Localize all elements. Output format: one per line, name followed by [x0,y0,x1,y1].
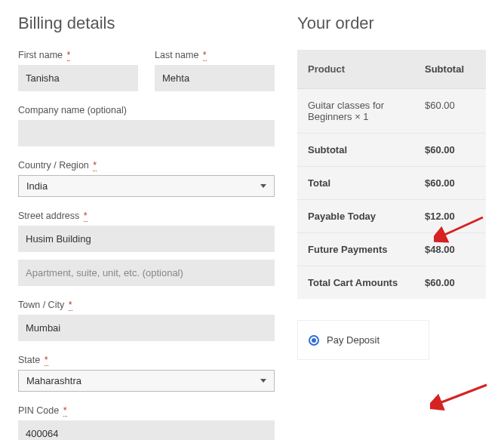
cart-label: Total Cart Amounts [297,266,414,299]
required-mark: * [93,160,97,171]
company-label: Company name (optional) [18,105,275,115]
th-subtotal: Subtotal [414,50,486,88]
total-label: Total [297,167,414,199]
pin-input[interactable] [18,420,275,440]
billing-title: Billing details [18,14,275,33]
future-label: Future Payments [297,233,414,266]
subtotal-label: Subtotal [297,134,414,166]
street1-input[interactable] [18,226,275,252]
city-label: Town / City * [18,300,275,310]
table-row: Guitar classes for Beginners × 1 $60.00 [297,89,486,134]
future-value: $48.00 [414,233,486,266]
state-value: Maharashtra [26,375,81,386]
state-select[interactable]: Maharashtra [18,370,275,392]
country-label: Country / Region * [18,160,275,171]
total-value: $60.00 [414,167,486,199]
required-mark: * [67,50,71,61]
last-name-label: Last name * [155,50,275,60]
last-name-input[interactable] [155,65,275,91]
table-row: Subtotal $60.00 [297,134,486,167]
city-input[interactable] [18,315,275,341]
payable-value: $12.00 [414,200,486,232]
table-row: Future Payments $48.00 [297,233,486,266]
chevron-down-icon [260,379,266,383]
table-header: Product Subtotal [297,50,486,89]
first-name-label: First name * [18,50,138,60]
subtotal-value: $60.00 [414,134,486,166]
required-mark: * [45,355,48,366]
table-row-payable: Payable Today $12.00 [297,200,486,233]
order-table: Product Subtotal Guitar classes for Begi… [297,50,486,299]
pin-label: PIN Code * [18,405,275,416]
first-name-input[interactable] [18,65,138,91]
item-price: $60.00 [414,89,486,122]
table-row: Total $60.00 [297,167,486,200]
country-value: India [26,180,48,192]
company-input[interactable] [18,120,275,146]
pay-deposit-option[interactable]: Pay Deposit [297,320,429,360]
cart-value: $60.00 [414,266,486,299]
pay-deposit-label: Pay Deposit [327,334,380,346]
state-label: State * [18,355,275,365]
chevron-down-icon [260,184,266,188]
street2-input[interactable] [18,260,275,286]
required-mark: * [84,211,88,222]
th-product: Product [297,50,414,88]
order-section: Your order Product Subtotal Guitar class… [297,14,486,440]
payable-label: Payable Today [297,200,414,232]
table-row: Total Cart Amounts $60.00 [297,266,486,299]
street-label: Street address * [18,211,275,221]
item-name: Guitar classes for Beginners × 1 [297,89,414,133]
billing-section: Billing details First name * Last name *… [18,14,275,440]
radio-icon [309,335,319,346]
country-select[interactable]: India [18,175,275,197]
required-mark: * [63,405,67,417]
required-mark: * [203,50,207,61]
required-mark: * [69,300,72,311]
order-title: Your order [297,14,486,33]
